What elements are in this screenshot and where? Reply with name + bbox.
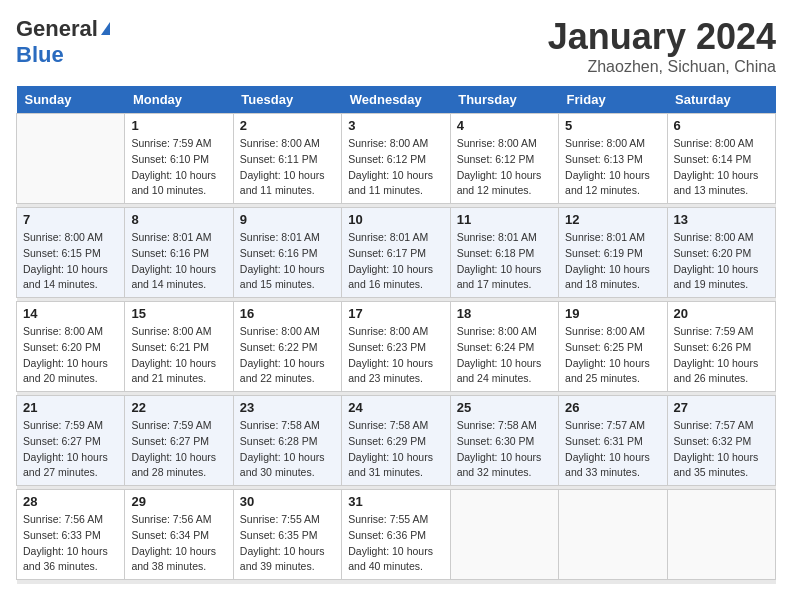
day-header-sunday: Sunday — [17, 86, 125, 114]
cell-info: Sunrise: 7:58 AMSunset: 6:28 PMDaylight:… — [240, 418, 335, 481]
cell-info: Sunrise: 8:00 AMSunset: 6:22 PMDaylight:… — [240, 324, 335, 387]
date-number: 29 — [131, 494, 226, 509]
cell-info: Sunrise: 8:00 AMSunset: 6:25 PMDaylight:… — [565, 324, 660, 387]
day-header-friday: Friday — [559, 86, 667, 114]
cell-info: Sunrise: 8:00 AMSunset: 6:21 PMDaylight:… — [131, 324, 226, 387]
calendar-cell: 28Sunrise: 7:56 AMSunset: 6:33 PMDayligh… — [17, 490, 125, 580]
cell-info: Sunrise: 8:01 AMSunset: 6:19 PMDaylight:… — [565, 230, 660, 293]
day-header-thursday: Thursday — [450, 86, 558, 114]
date-number: 11 — [457, 212, 552, 227]
date-number: 15 — [131, 306, 226, 321]
calendar-cell: 15Sunrise: 8:00 AMSunset: 6:21 PMDayligh… — [125, 302, 233, 392]
cell-info: Sunrise: 8:00 AMSunset: 6:24 PMDaylight:… — [457, 324, 552, 387]
calendar-cell: 22Sunrise: 7:59 AMSunset: 6:27 PMDayligh… — [125, 396, 233, 486]
calendar-cell: 11Sunrise: 8:01 AMSunset: 6:18 PMDayligh… — [450, 208, 558, 298]
week-row-5: 28Sunrise: 7:56 AMSunset: 6:33 PMDayligh… — [17, 490, 776, 580]
cell-info: Sunrise: 8:00 AMSunset: 6:20 PMDaylight:… — [23, 324, 118, 387]
cell-info: Sunrise: 8:01 AMSunset: 6:18 PMDaylight:… — [457, 230, 552, 293]
calendar-cell: 18Sunrise: 8:00 AMSunset: 6:24 PMDayligh… — [450, 302, 558, 392]
week-row-4: 21Sunrise: 7:59 AMSunset: 6:27 PMDayligh… — [17, 396, 776, 486]
calendar-cell: 7Sunrise: 8:00 AMSunset: 6:15 PMDaylight… — [17, 208, 125, 298]
calendar-cell: 3Sunrise: 8:00 AMSunset: 6:12 PMDaylight… — [342, 114, 450, 204]
day-header-saturday: Saturday — [667, 86, 775, 114]
cell-info: Sunrise: 7:55 AMSunset: 6:35 PMDaylight:… — [240, 512, 335, 575]
calendar-cell: 8Sunrise: 8:01 AMSunset: 6:16 PMDaylight… — [125, 208, 233, 298]
calendar-cell: 26Sunrise: 7:57 AMSunset: 6:31 PMDayligh… — [559, 396, 667, 486]
cell-info: Sunrise: 8:00 AMSunset: 6:13 PMDaylight:… — [565, 136, 660, 199]
calendar-cell: 5Sunrise: 8:00 AMSunset: 6:13 PMDaylight… — [559, 114, 667, 204]
date-number: 9 — [240, 212, 335, 227]
date-number: 5 — [565, 118, 660, 133]
calendar-cell — [450, 490, 558, 580]
date-number: 3 — [348, 118, 443, 133]
calendar-cell: 27Sunrise: 7:57 AMSunset: 6:32 PMDayligh… — [667, 396, 775, 486]
cell-info: Sunrise: 7:55 AMSunset: 6:36 PMDaylight:… — [348, 512, 443, 575]
cell-info: Sunrise: 8:00 AMSunset: 6:12 PMDaylight:… — [348, 136, 443, 199]
calendar-cell: 19Sunrise: 8:00 AMSunset: 6:25 PMDayligh… — [559, 302, 667, 392]
cell-info: Sunrise: 7:59 AMSunset: 6:26 PMDaylight:… — [674, 324, 769, 387]
calendar-cell: 1Sunrise: 7:59 AMSunset: 6:10 PMDaylight… — [125, 114, 233, 204]
logo: General Blue — [16, 16, 110, 68]
calendar-cell: 23Sunrise: 7:58 AMSunset: 6:28 PMDayligh… — [233, 396, 341, 486]
date-number: 30 — [240, 494, 335, 509]
date-number: 7 — [23, 212, 118, 227]
calendar-cell: 16Sunrise: 8:00 AMSunset: 6:22 PMDayligh… — [233, 302, 341, 392]
date-number: 23 — [240, 400, 335, 415]
day-header-tuesday: Tuesday — [233, 86, 341, 114]
calendar-cell — [559, 490, 667, 580]
cell-info: Sunrise: 7:59 AMSunset: 6:10 PMDaylight:… — [131, 136, 226, 199]
calendar-cell: 29Sunrise: 7:56 AMSunset: 6:34 PMDayligh… — [125, 490, 233, 580]
date-number: 19 — [565, 306, 660, 321]
calendar-cell: 9Sunrise: 8:01 AMSunset: 6:16 PMDaylight… — [233, 208, 341, 298]
calendar-cell: 21Sunrise: 7:59 AMSunset: 6:27 PMDayligh… — [17, 396, 125, 486]
cell-info: Sunrise: 7:58 AMSunset: 6:29 PMDaylight:… — [348, 418, 443, 481]
cell-info: Sunrise: 8:00 AMSunset: 6:14 PMDaylight:… — [674, 136, 769, 199]
calendar-cell: 25Sunrise: 7:58 AMSunset: 6:30 PMDayligh… — [450, 396, 558, 486]
days-header-row: SundayMondayTuesdayWednesdayThursdayFrid… — [17, 86, 776, 114]
cell-info: Sunrise: 7:59 AMSunset: 6:27 PMDaylight:… — [131, 418, 226, 481]
week-row-2: 7Sunrise: 8:00 AMSunset: 6:15 PMDaylight… — [17, 208, 776, 298]
logo-arrow-icon — [101, 22, 110, 35]
date-number: 25 — [457, 400, 552, 415]
cell-info: Sunrise: 8:00 AMSunset: 6:11 PMDaylight:… — [240, 136, 335, 199]
calendar-cell: 4Sunrise: 8:00 AMSunset: 6:12 PMDaylight… — [450, 114, 558, 204]
calendar-cell — [17, 114, 125, 204]
cell-info: Sunrise: 7:57 AMSunset: 6:31 PMDaylight:… — [565, 418, 660, 481]
date-number: 20 — [674, 306, 769, 321]
cell-info: Sunrise: 8:01 AMSunset: 6:16 PMDaylight:… — [131, 230, 226, 293]
calendar-cell: 30Sunrise: 7:55 AMSunset: 6:35 PMDayligh… — [233, 490, 341, 580]
calendar-cell: 14Sunrise: 8:00 AMSunset: 6:20 PMDayligh… — [17, 302, 125, 392]
date-number: 12 — [565, 212, 660, 227]
week-row-3: 14Sunrise: 8:00 AMSunset: 6:20 PMDayligh… — [17, 302, 776, 392]
date-number: 21 — [23, 400, 118, 415]
date-number: 14 — [23, 306, 118, 321]
calendar-cell: 10Sunrise: 8:01 AMSunset: 6:17 PMDayligh… — [342, 208, 450, 298]
date-number: 31 — [348, 494, 443, 509]
date-number: 26 — [565, 400, 660, 415]
location-title: Zhaozhen, Sichuan, China — [548, 58, 776, 76]
logo-blue-text: Blue — [16, 42, 64, 67]
date-number: 1 — [131, 118, 226, 133]
calendar-table: SundayMondayTuesdayWednesdayThursdayFrid… — [16, 86, 776, 584]
calendar-cell: 31Sunrise: 7:55 AMSunset: 6:36 PMDayligh… — [342, 490, 450, 580]
page-header: General Blue January 2024 Zhaozhen, Sich… — [16, 16, 776, 76]
date-number: 8 — [131, 212, 226, 227]
date-number: 17 — [348, 306, 443, 321]
calendar-cell: 24Sunrise: 7:58 AMSunset: 6:29 PMDayligh… — [342, 396, 450, 486]
day-header-wednesday: Wednesday — [342, 86, 450, 114]
date-number: 28 — [23, 494, 118, 509]
date-number: 16 — [240, 306, 335, 321]
week-spacer — [17, 580, 776, 584]
title-section: January 2024 Zhaozhen, Sichuan, China — [548, 16, 776, 76]
date-number: 24 — [348, 400, 443, 415]
cell-info: Sunrise: 7:58 AMSunset: 6:30 PMDaylight:… — [457, 418, 552, 481]
date-number: 2 — [240, 118, 335, 133]
date-number: 6 — [674, 118, 769, 133]
logo-general-text: General — [16, 16, 98, 42]
cell-info: Sunrise: 7:59 AMSunset: 6:27 PMDaylight:… — [23, 418, 118, 481]
calendar-cell: 17Sunrise: 8:00 AMSunset: 6:23 PMDayligh… — [342, 302, 450, 392]
date-number: 13 — [674, 212, 769, 227]
month-title: January 2024 — [548, 16, 776, 58]
cell-info: Sunrise: 8:00 AMSunset: 6:15 PMDaylight:… — [23, 230, 118, 293]
cell-info: Sunrise: 8:01 AMSunset: 6:17 PMDaylight:… — [348, 230, 443, 293]
